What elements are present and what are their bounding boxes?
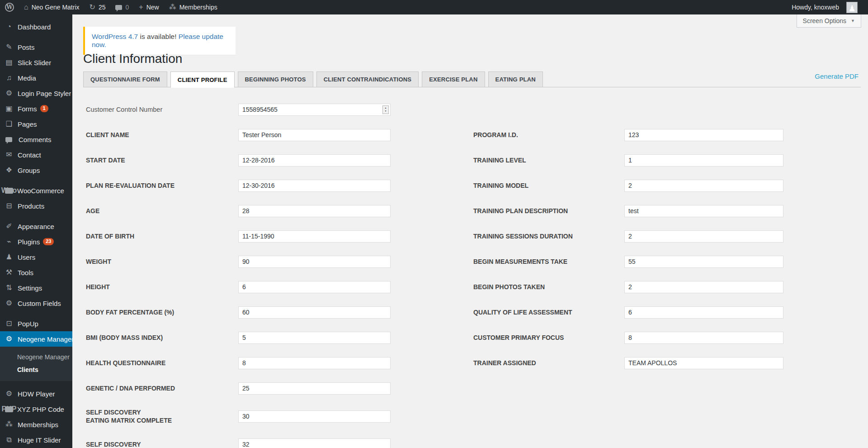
quality-of-life-assessment-input[interactable] bbox=[624, 306, 783, 319]
sidebar-item-xyz-php-code[interactable]: PHPXYZ PHP Code bbox=[0, 401, 72, 417]
form-column-right: PROGRAM I.D.TRAINING LEVELTRAINING MODEL… bbox=[473, 122, 790, 376]
field-label-begin-measurements-take: BEGIN MEASUREMENTS TAKE bbox=[473, 257, 624, 266]
sidebar-item-label: Forms bbox=[18, 105, 37, 113]
avatar: ♟ bbox=[846, 2, 858, 13]
field-label-date-of-birth: DATE OF BIRTH bbox=[86, 232, 238, 240]
comments-menu[interactable]: 0 bbox=[110, 0, 134, 14]
sidebar-item-plugins[interactable]: ⌁Plugins23 bbox=[0, 234, 72, 249]
sidebar-item-label: Pages bbox=[18, 120, 37, 128]
sidebar-item-neogene-manager[interactable]: ⚙Neogene Manager bbox=[0, 331, 72, 347]
self-discovery-input[interactable] bbox=[238, 410, 391, 423]
field-row: TRAINING LEVEL bbox=[473, 148, 790, 173]
customer-primary-focus-input[interactable] bbox=[624, 332, 783, 344]
sidebar-item-popup[interactable]: ⊡PopUp bbox=[0, 316, 72, 331]
dashboard-icon: ◔ bbox=[5, 23, 14, 30]
field-row: BODY FAT PERCENTAGE (%) bbox=[86, 300, 407, 325]
wordpress-menu[interactable]: W bbox=[0, 0, 19, 14]
field-row: DATE OF BIRTH bbox=[86, 224, 407, 249]
training-level-input[interactable] bbox=[624, 154, 783, 167]
sidebar-item-label: Appearance bbox=[18, 223, 54, 230]
submenu-item-neogene-manager[interactable]: Neogene Manager bbox=[0, 351, 72, 363]
number-spinner[interactable]: ▲▼ bbox=[382, 105, 389, 114]
customer-control-number-input[interactable] bbox=[238, 104, 391, 116]
sidebar-item-groups[interactable]: ❖Groups bbox=[0, 162, 72, 178]
begin-photos-taken-input[interactable] bbox=[624, 281, 783, 293]
health-questionnaire-input[interactable] bbox=[238, 357, 391, 369]
sidebar-item-products[interactable]: ⊟Products bbox=[0, 198, 72, 214]
sidebar-item-memberships[interactable]: ⁂Memberships bbox=[0, 417, 72, 432]
wordpress-version-link[interactable]: WordPress 4.7 bbox=[92, 33, 138, 40]
sidebar-item-settings[interactable]: ⇅Settings bbox=[0, 280, 72, 295]
pages-icon: ❑ bbox=[5, 120, 14, 128]
client-name-input[interactable] bbox=[238, 129, 391, 141]
tab-questionnaire-form[interactable]: QUESTIONNAIRE FORM bbox=[83, 71, 167, 87]
training-sessions-duration-input[interactable] bbox=[624, 230, 783, 243]
sidebar-item-label: Custom Fields bbox=[18, 300, 61, 307]
field-row: HEALTH QUESTIONNAIRE bbox=[86, 350, 407, 376]
tab-exercise-plan[interactable]: EXERCISE PLAN bbox=[422, 71, 485, 87]
genetic-dna-performed-input[interactable] bbox=[238, 382, 391, 395]
plan-re-evaluation-date-input[interactable] bbox=[238, 180, 391, 192]
sidebar-item-woocommerce[interactable]: WooWooCommerce bbox=[0, 183, 72, 198]
tabs-row: QUESTIONNAIRE FORMCLIENT PROFILEBEGINNIN… bbox=[83, 71, 861, 87]
sidebar-item-forms[interactable]: ▣Forms1 bbox=[0, 101, 72, 116]
trainer-assigned-input[interactable] bbox=[624, 357, 783, 369]
neogene-manager-submenu: Neogene ManagerClients bbox=[0, 347, 72, 381]
sidebar-item-slick-slider[interactable]: ▤Slick Slider bbox=[0, 55, 72, 70]
forms-badge: 1 bbox=[40, 105, 48, 112]
site-name-label: Neo Gene Matrix bbox=[32, 4, 80, 11]
sidebar-item-hdw-player[interactable]: ⚙HDW Player bbox=[0, 386, 72, 401]
body-fat-percentage-input[interactable] bbox=[238, 306, 391, 319]
screen-options-button[interactable]: Screen Options ▼ bbox=[797, 14, 861, 28]
generate-pdf-link[interactable]: Generate PDF bbox=[815, 72, 859, 80]
program-i-d-input[interactable] bbox=[624, 129, 783, 141]
field-label-program-i-d: PROGRAM I.D. bbox=[473, 131, 624, 139]
admin-bar: W ⌂ Neo Gene Matrix ↻ 25 0 + New ⁂ Membe… bbox=[0, 0, 868, 14]
memberships-menu[interactable]: ⁂ Memberships bbox=[164, 0, 222, 14]
height-input[interactable] bbox=[238, 281, 391, 293]
field-label-quality-of-life-assessment: QUALITY OF LIFE ASSESSMENT bbox=[473, 308, 624, 316]
field-row: Customer Control Number▲▼ bbox=[86, 97, 407, 122]
training-plan-description-input[interactable] bbox=[624, 205, 783, 217]
sidebar-item-users[interactable]: ♟Users bbox=[0, 249, 72, 265]
sidebar-item-appearance[interactable]: ✐Appearance bbox=[0, 219, 72, 234]
weight-input[interactable] bbox=[238, 256, 391, 268]
sidebar-item-dashboard[interactable]: ◔Dashboard bbox=[0, 19, 72, 34]
sidebar-item-custom-fields[interactable]: ⚙Custom Fields bbox=[0, 295, 72, 311]
sidebar-item-huge-it-slider[interactable]: ⧉Huge IT Slider bbox=[0, 432, 72, 448]
sidebar-item-posts[interactable]: ✎Posts bbox=[0, 39, 72, 55]
menu-separator bbox=[0, 34, 72, 39]
begin-measurements-take-input[interactable] bbox=[624, 256, 783, 268]
submenu-item-clients[interactable]: Clients bbox=[0, 363, 72, 376]
field-row: TRAINING MODEL bbox=[473, 173, 790, 198]
training-model-input[interactable] bbox=[624, 180, 783, 192]
field-label-self-discovery: SELF DISCOVERYEATING MATRIX COMPLETE bbox=[86, 408, 238, 424]
field-row: QUALITY OF LIFE ASSESSMENT bbox=[473, 300, 790, 325]
field-label-self-discovery: SELF DISCOVERY bbox=[86, 440, 238, 448]
date-of-birth-input[interactable] bbox=[238, 230, 391, 243]
age-input[interactable] bbox=[238, 205, 391, 217]
sidebar-item-pages[interactable]: ❑Pages bbox=[0, 116, 72, 132]
tab-client-profile[interactable]: CLIENT PROFILE bbox=[170, 71, 235, 88]
field-row: PLAN RE-EVALUATION DATE bbox=[86, 173, 407, 198]
sidebar-item-contact[interactable]: ✉Contact bbox=[0, 147, 72, 162]
account-menu[interactable]: Howdy, knoxweb ♟ bbox=[787, 0, 863, 14]
site-name-menu[interactable]: ⌂ Neo Gene Matrix bbox=[19, 0, 85, 14]
settings-icon: ⇅ bbox=[5, 284, 14, 291]
tab-eating-plan[interactable]: EATING PLAN bbox=[488, 71, 543, 87]
sidebar-item-login-page-styler[interactable]: ⚙Login Page Styler bbox=[0, 86, 72, 101]
sidebar-item-tools[interactable]: ⚒Tools bbox=[0, 265, 72, 280]
bmi-body-mass-index-input[interactable] bbox=[238, 332, 391, 344]
tab-client-contraindications[interactable]: CLIENT CONTRAINDICATIONS bbox=[316, 71, 419, 87]
field-row: TRAINER ASSIGNED bbox=[473, 350, 790, 376]
start-date-input[interactable] bbox=[238, 154, 391, 167]
new-content-menu[interactable]: + New bbox=[134, 0, 164, 14]
sidebar-item-media[interactable]: ♫Media bbox=[0, 70, 72, 86]
self-discovery-input[interactable] bbox=[238, 438, 391, 448]
updates-menu[interactable]: ↻ 25 bbox=[85, 0, 111, 14]
tab-beginning-photos[interactable]: BEGINNING PHOTOS bbox=[238, 71, 313, 87]
wrench-icon: ⚒ bbox=[5, 269, 14, 276]
sidebar-item-comments[interactable]: Comments bbox=[0, 132, 72, 147]
field-label-start-date: START DATE bbox=[86, 156, 238, 164]
sidebar-item-label: WooCommerce bbox=[17, 187, 64, 195]
